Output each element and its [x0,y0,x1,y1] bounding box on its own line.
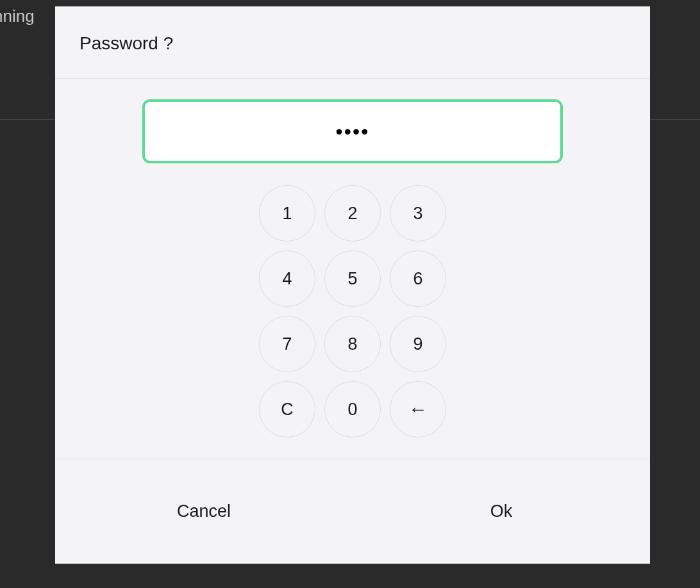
keypad-0-button[interactable]: 0 [324,381,381,437]
keypad-6-button[interactable]: 6 [390,250,446,307]
keypad-5-button[interactable]: 5 [324,250,381,307]
keypad-1-button[interactable]: 1 [259,185,315,241]
keypad-9-button[interactable]: 9 [390,316,446,372]
dialog-header: Password ? [55,6,650,79]
keypad-3-button[interactable]: 3 [390,185,446,241]
background-text-fragment: nning [0,6,35,26]
dialog-footer: Cancel Ok [55,459,650,564]
keypad-clear-button[interactable]: C [259,381,315,437]
keypad: 1 2 3 4 5 6 7 8 9 C 0 ← [259,185,446,437]
keypad-8-button[interactable]: 8 [324,316,381,372]
backspace-icon: ← [408,398,428,420]
dialog-body: 1 2 3 4 5 6 7 8 9 C 0 ← [55,79,650,459]
cancel-button[interactable]: Cancel [55,459,353,564]
password-dialog: Password ? 1 2 3 4 5 6 7 8 9 C 0 ← Cance… [55,6,650,564]
keypad-backspace-button[interactable]: ← [390,381,446,437]
keypad-2-button[interactable]: 2 [324,185,381,241]
ok-button[interactable]: Ok [353,459,650,564]
keypad-4-button[interactable]: 4 [259,250,315,307]
password-input[interactable] [142,99,563,163]
keypad-7-button[interactable]: 7 [259,316,315,372]
dialog-title: Password ? [79,33,626,54]
